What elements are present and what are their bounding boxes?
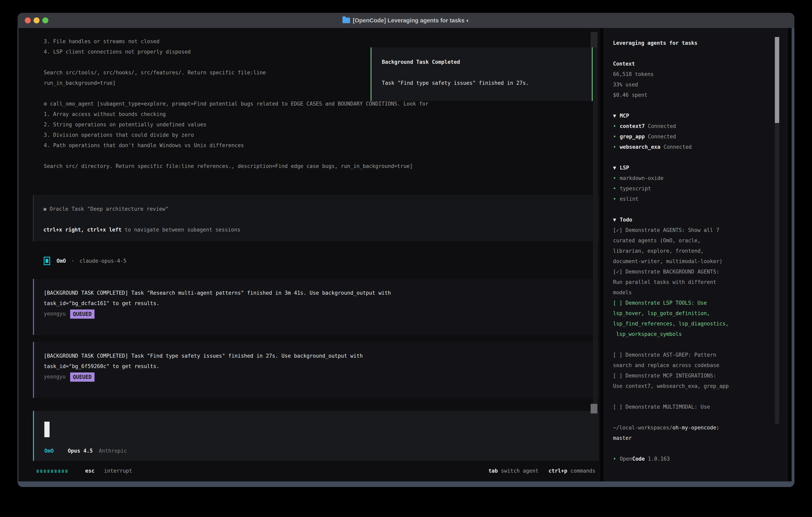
task-line: [BACKGROUND TASK COMPLETED] Task "Resear… — [44, 288, 599, 298]
activity-dot — [51, 470, 53, 473]
status-dot-icon: • — [613, 456, 616, 462]
blank-line — [613, 443, 774, 454]
tool-call-item: 4. Path operations that don't handle Win… — [44, 140, 592, 151]
todo-section-header[interactable]: ▼Todo — [613, 215, 774, 225]
mcp-item: •context7 Connected — [613, 121, 774, 131]
tool-call-footer: Search src/ directory. Return specific f… — [44, 161, 592, 171]
blank-line — [613, 100, 774, 111]
terminal-window: [OpenCode] Leveraging agents for tasks ◐… — [18, 13, 794, 487]
task-user: yeongyu — [44, 311, 66, 317]
mcp-status: Connected — [648, 134, 676, 140]
esc-key-label: interrupt — [104, 468, 132, 474]
background-task-block: [BACKGROUND TASK COMPLETED] Task "Find t… — [33, 342, 599, 398]
oracle-hint-line: ctrl+x right, ctrl+x left to navigate be… — [44, 224, 599, 235]
window-title-group: [OpenCode] Leveraging agents for tasks ◐ — [343, 17, 470, 24]
activity-dots — [36, 466, 69, 476]
window-titlebar[interactable]: [OpenCode] Leveraging agents for tasks ◐ — [18, 13, 794, 28]
todo-line-done: curated agents (OmO, oracle, — [613, 235, 774, 246]
blank-line — [613, 204, 774, 215]
blank-line — [613, 152, 774, 163]
todo-line-done: Run parallel tasks with different — [613, 277, 774, 287]
main-scrollbar-thumb[interactable] — [590, 404, 598, 413]
todo-line-done: models — [613, 287, 774, 298]
todo-line-active: [ ] Demonstrate LSP TOOLS: Use — [613, 298, 774, 308]
context-tokens: 66,518 tokens — [613, 69, 774, 79]
chevron-down-icon: ▼ — [613, 113, 616, 119]
tab-key-label: switch agent — [501, 468, 539, 474]
lsp-item: •typescript — [613, 183, 774, 194]
input-meta-row: OmOOpus 4.5Anthropic — [45, 446, 127, 456]
main-scrollbar-segment[interactable] — [590, 32, 598, 48]
workspace-branch: master — [613, 433, 774, 443]
todo-line-done: document-writer, multimodal-looker) — [613, 256, 774, 267]
mcp-name: context7 — [620, 123, 645, 129]
lsp-name: typescript — [620, 186, 651, 192]
mcp-item: •websearch_exa Connected — [613, 142, 774, 152]
todo-line-active: lsp_hover, lsp_goto_definition, — [613, 308, 774, 319]
ctrlp-key-label: commands — [571, 468, 596, 474]
blank-line — [613, 48, 774, 59]
blank-line — [44, 214, 599, 224]
task-meta-line: yeongyuQUEUED — [44, 372, 599, 382]
todo-line-done: [✓] Demonstrate AGENTS: Show all 7 — [613, 225, 774, 235]
status-bar-right: tab switch agentctrl+p commands — [489, 466, 596, 476]
fisheye-icon: ◉ — [44, 206, 47, 212]
agent-square-icon — [44, 257, 50, 265]
activity-dot — [55, 470, 57, 473]
task-meta-line: yeongyuQUEUED — [44, 308, 599, 319]
conversation-panel[interactable]: 3. File handles or streams not closed 4.… — [19, 28, 600, 482]
lsp-section-header[interactable]: ▼LSP — [613, 163, 774, 173]
blank-line — [44, 151, 592, 161]
blank-line — [613, 391, 774, 402]
sidebar-scrollbar-thumb[interactable] — [775, 37, 779, 123]
background-task-block: [BACKGROUND TASK COMPLETED] Task "Resear… — [33, 279, 599, 335]
tool-call-item: 1. Array access without bounds checking — [44, 109, 592, 119]
app-version: 1.0.163 — [648, 456, 670, 462]
mcp-name: grep_app — [620, 134, 645, 140]
input-provider: Anthropic — [99, 448, 127, 454]
tool-call-item: 3. Division operations that could divide… — [44, 130, 592, 140]
activity-dot — [40, 470, 42, 473]
text-cursor — [45, 421, 50, 437]
lsp-name: eslint — [620, 196, 639, 202]
activity-dot — [65, 470, 67, 473]
todo-heading: Todo — [620, 217, 632, 223]
ctrlp-key-hint: ctrl+p — [548, 468, 567, 474]
status-dot-icon: • — [613, 196, 616, 202]
activity-dot — [58, 470, 60, 473]
app-name-strong: Code — [632, 456, 645, 462]
mcp-status: Connected — [648, 123, 676, 129]
todo-line-done: [✓] Demonstrate BACKGROUND AGENTS: — [613, 267, 774, 277]
minimize-window-button[interactable] — [34, 18, 39, 23]
mcp-name: websearch_exa — [620, 144, 661, 150]
agent-model: claude-opus-4-5 — [80, 258, 126, 264]
activity-dot — [47, 470, 50, 473]
workspace-path-name: oh-my-opencode: — [672, 425, 719, 431]
separator-dot: · — [71, 258, 74, 264]
todo-line-pending: Use context7, websearch_exa, grep_app — [613, 381, 774, 391]
app-name-dim: Open — [620, 456, 632, 462]
toast-title: Background Task Completed — [382, 57, 460, 67]
workspace-path-dim: ~/local-workspaces/ — [613, 425, 672, 431]
oracle-task-box: ◉ Oracle Task "Deep architecture review"… — [33, 195, 599, 241]
mcp-item: •grep_app Connected — [613, 131, 774, 142]
sidebar-content: Leveraging agents for tasks Context 66,5… — [613, 38, 774, 464]
gear-icon: ⚙ — [44, 101, 47, 107]
tool-call-item: 2. String operations on potentially unde… — [44, 119, 592, 130]
blank-line — [613, 339, 774, 350]
close-window-button[interactable] — [25, 18, 31, 23]
input-model: Opus 4.5 — [68, 448, 93, 454]
todo-line-active: lsp_workspace_symbols — [613, 329, 774, 339]
activity-dot — [44, 470, 46, 473]
mcp-status: Connected — [664, 144, 692, 150]
tool-call-text: call_omo_agent [subagent_type=explore, p… — [50, 101, 428, 107]
oracle-title: Oracle Task "Deep architecture review" — [50, 206, 168, 212]
terminal-body: 3. File handles or streams not closed 4.… — [19, 28, 792, 482]
mcp-section-header[interactable]: ▼MCP — [613, 111, 774, 121]
main-scrollbar-track[interactable] — [593, 32, 598, 404]
zoom-window-button[interactable] — [42, 18, 48, 23]
activity-dot — [62, 470, 64, 473]
input-agent-name: OmO — [45, 448, 54, 454]
prompt-input[interactable]: OmOOpus 4.5Anthropic — [33, 411, 599, 461]
session-sidebar: Leveraging agents for tasks Context 66,5… — [603, 28, 788, 482]
